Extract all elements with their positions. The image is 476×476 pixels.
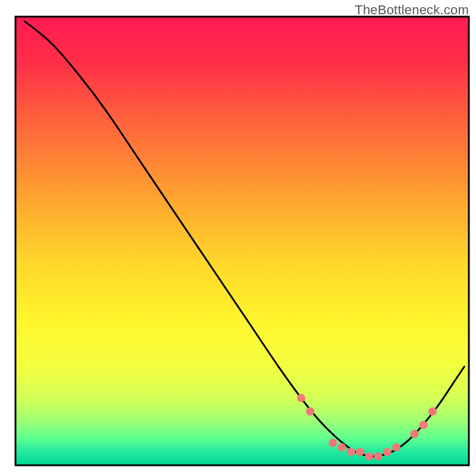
curve-marker [365,452,373,461]
watermark-text: TheBottleneck.com [355,2,469,18]
curve-marker [383,447,392,456]
curve-marker [392,443,400,452]
curve-marker [428,408,437,416]
bottleneck-chart [0,0,476,476]
curve-marker [297,394,305,402]
chart-frame: TheBottleneck.com [0,0,476,476]
curve-marker [374,452,383,461]
curve-marker [306,408,314,416]
curve-marker [356,447,364,456]
plot-background [15,17,469,465]
curve-marker [347,447,355,456]
curve-marker [411,430,419,438]
curve-marker [338,443,346,452]
curve-marker [419,421,428,429]
curve-marker [328,439,337,447]
